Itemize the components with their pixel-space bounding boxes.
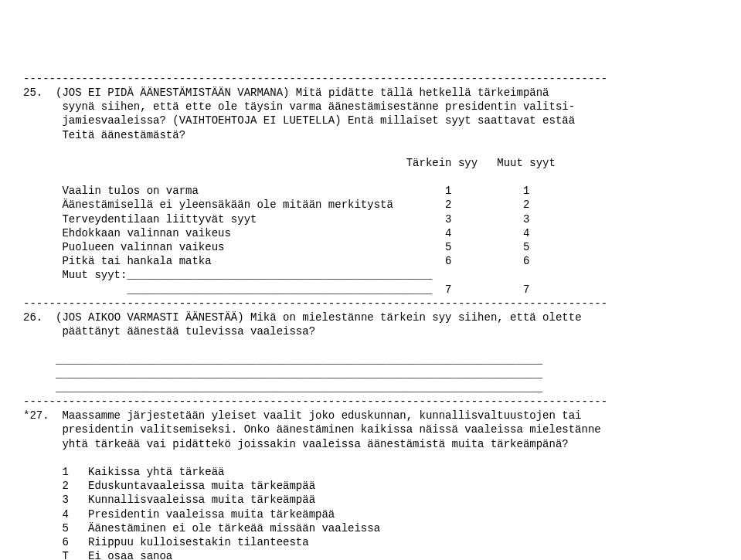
q27-option: 3 Kunnallisvaaleissa muita tärkeämpää (23, 494, 315, 506)
q26-text-line1: (JOS AIKOO VARMASTI ÄÄNESTÄÄ) Mikä on mi… (42, 311, 581, 324)
q26-blank-line: ________________________________________… (23, 382, 542, 394)
q25-option-row: Pitkä tai hankala matka 6 6 (23, 255, 529, 267)
q25-option-row: Terveydentilaan liittyvät syyt 3 3 (23, 213, 529, 226)
q25-option-row: Puolueen valinnan vaikeus 5 5 (23, 241, 529, 253)
q26-number: 26. (23, 311, 42, 324)
q25-option-row: Äänestämisellä ei yleensäkään ole mitään… (23, 199, 529, 211)
q27-number: *27. (23, 409, 49, 422)
q26-blank-line: ________________________________________… (23, 354, 542, 366)
separator: ----------------------------------------… (23, 73, 607, 85)
q25-option-row: ________________________________________… (23, 283, 529, 296)
separator: ----------------------------------------… (23, 297, 607, 310)
q27-option: 6 Riippuu kulloisestakin tilanteesta (23, 536, 309, 548)
q27-text-line1: Maassamme järjestetään yleiset vaalit jo… (49, 409, 582, 422)
q27-option: 5 Äänestäminen ei ole tärkeää missään va… (23, 522, 380, 535)
q27-option: 1 Kaikissa yhtä tärkeää (23, 466, 224, 478)
q25-text-line2: syynä siihen, että ette ole täysin varma… (23, 100, 575, 113)
q26-blank-line: ________________________________________… (23, 368, 542, 380)
q27-option: 4 Presidentin vaaleissa muita tärkeämpää (23, 508, 335, 521)
q25-option-row: Muut syyt:______________________________… (23, 269, 432, 281)
separator: ----------------------------------------… (23, 395, 607, 408)
q25-option-row: Ehdokkaan valinnan vaikeus 4 4 (23, 227, 529, 239)
q26-text-line2: päättänyt äänestää tulevissa vaaleissa? (23, 325, 315, 338)
q25-text-line3: jamiesvaaleissa? (VAIHTOEHTOJA EI LUETEL… (23, 114, 575, 127)
q25-option-row: Vaalin tulos on varma 1 1 (23, 185, 529, 197)
survey-document: ----------------------------------------… (23, 58, 719, 560)
q25-text-line1: (JOS EI PIDÄ ÄÄNESTÄMISTÄÄN VARMANA) Mit… (42, 87, 549, 99)
q27-option: T Ei osaa sanoa (23, 550, 172, 560)
q27-option: 2 Eduskuntavaaleissa muita tärkeämpää (23, 480, 315, 492)
q27-text-line2: presidentin valitsemiseksi. Onko äänestä… (23, 423, 601, 436)
q25-column-header: Tärkein syy Muut syyt (23, 157, 556, 169)
q25-text-line4: Teitä äänestämästä? (23, 129, 185, 141)
q27-text-line3: yhtä tärkeää vai pidättekö joissakin vaa… (23, 438, 569, 450)
q25-number: 25. (23, 87, 42, 99)
